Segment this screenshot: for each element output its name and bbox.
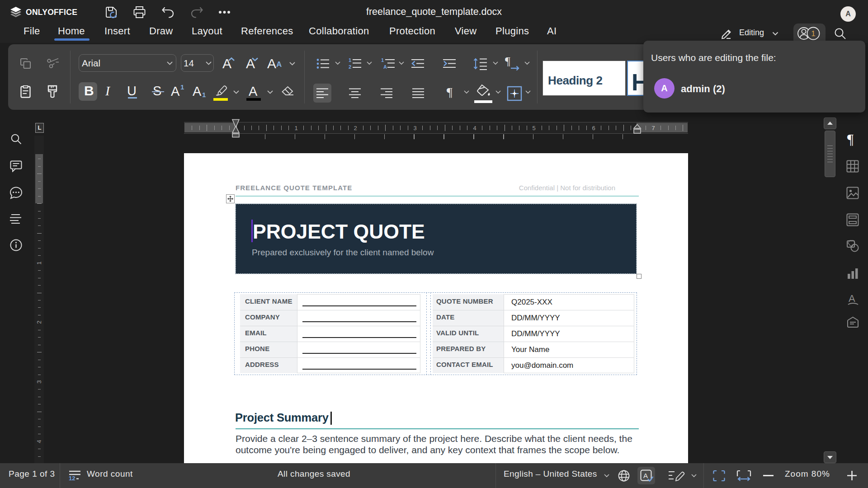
svg-text:12: 12 [69, 475, 75, 481]
svg-text:¶: ¶ [505, 55, 510, 68]
svg-text:3: 3 [413, 125, 416, 131]
svg-text:5: 5 [532, 125, 535, 131]
svg-text:2: 2 [354, 125, 357, 131]
svg-text:A: A [383, 64, 387, 70]
svg-text:1: 1 [36, 261, 42, 264]
svg-text:1: 1 [349, 57, 351, 63]
svg-text:1: 1 [811, 29, 815, 38]
svg-text:1: 1 [294, 125, 297, 131]
svg-text:A: A [643, 472, 648, 479]
svg-text:2: 2 [349, 64, 351, 70]
svg-text:A: A [849, 293, 855, 304]
svg-text:4: 4 [473, 125, 476, 131]
svg-text:1: 1 [381, 57, 384, 63]
svg-text:2: 2 [36, 320, 42, 324]
svg-text:7: 7 [651, 125, 655, 131]
svg-text:3: 3 [36, 380, 42, 383]
svg-text:4: 4 [36, 440, 42, 443]
svg-text:6: 6 [592, 125, 595, 131]
